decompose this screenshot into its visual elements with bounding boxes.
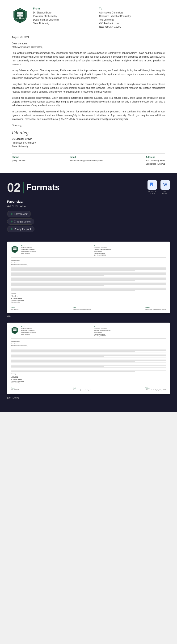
letter-page: COLLEGE U UNIVERSITY From Dr. Eleanor Br… <box>0 0 177 173</box>
letter-to: To Admissions Committee Graduate School … <box>99 7 165 28</box>
letter-footer: Phone (555) 123-4567 Email eleanor.brown… <box>12 153 165 166</box>
mini-letter-header-us: COLLEGE From Dr. Eleanor BrownProfessor … <box>10 326 166 339</box>
mini-signature-a4: Dlauleg <box>10 295 166 297</box>
to-address: Admissions Committee Graduate School of … <box>99 11 165 28</box>
word-icon: W <box>160 180 170 190</box>
footer-address: Address 123 University RoadSpringfield, … <box>146 156 165 166</box>
body-p1: I am writing to strongly recommend Emily… <box>12 51 165 66</box>
mini-closing-a4: Sincerely, Dlauleg Dr. Eleanor BrownProf… <box>10 292 166 303</box>
svg-rect-8 <box>151 185 153 185</box>
mini-logo-us: COLLEGE <box>10 326 19 334</box>
mini-footer-us: Phone (555) 123-4567 Email eleanor.brown… <box>10 386 166 390</box>
app-googledocs-badge: GOODLEDOCS <box>148 180 157 194</box>
letter-section: COLLEGE U UNIVERSITY From Dr. Eleanor Br… <box>0 0 177 173</box>
formats-number: 02 <box>7 181 21 194</box>
svg-rect-9 <box>151 186 152 186</box>
svg-rect-6 <box>152 182 153 183</box>
body-p4: Beyond her academic achievements, Emily … <box>12 96 165 108</box>
mini-body-lines-a4 <box>10 267 166 291</box>
body-p2: In my Advanced Organic Chemistry course,… <box>12 69 165 80</box>
mini-from-to-us: From Dr. Eleanor BrownProfessor of Chemi… <box>21 326 166 337</box>
mini-date-us: August 23, 2024 <box>10 340 166 342</box>
paper-size-value: A4 / US Letter <box>7 204 34 208</box>
googledocs-label: GOODLEDOCS <box>148 190 156 194</box>
format-preview-a4-container: COLLEGE From Dr. Eleanor BrownProfessor … <box>7 242 170 314</box>
footer-phone: Phone (555) 123-4567 <box>12 156 26 166</box>
ready-for-print-button[interactable]: Ready for print <box>7 226 34 232</box>
letter-from: From Dr. Eleanor Brown Professor of Chem… <box>33 7 99 28</box>
to-label: To <box>99 7 165 10</box>
mini-footer-a4: Phone (555) 123-4567 Email eleanor.brown… <box>10 305 166 310</box>
mini-from-us: From Dr. Eleanor BrownProfessor of Chemi… <box>21 326 94 337</box>
btn-dot-2 <box>10 220 12 222</box>
format-preview-a4-card: COLLEGE From Dr. Eleanor BrownProfessor … <box>7 242 170 314</box>
formats-apps: GOODLEDOCS W MS.WORD <box>148 180 170 194</box>
usletter-label: US Letter <box>7 396 170 404</box>
format-preview-usletter-card: COLLEGE From Dr. Eleanor BrownProfessor … <box>7 322 170 394</box>
paper-size-section: Paper size: A4 / US Letter Easy to edit … <box>7 199 34 237</box>
letter-date: August 23, 2024 <box>12 36 165 38</box>
letter-header: COLLEGE U UNIVERSITY From Dr. Eleanor Br… <box>12 7 165 31</box>
letter-closing: Sincerely, Dlauleg Dr. Eleanor Brown Pro… <box>12 124 165 148</box>
btn-dot-1 <box>10 213 12 215</box>
from-label: From <box>33 7 99 10</box>
mini-body-lines-us <box>10 348 166 372</box>
googledocs-icon <box>148 180 157 190</box>
body-p5: In conclusion, I wholeheartedly recommen… <box>12 110 165 121</box>
mini-to-us: To Admissions CommitteeGraduate School o… <box>94 326 166 337</box>
footer-email: Email eleanor.brown@stateuniversity.edu <box>70 156 103 166</box>
formats-header: 02 Formats GOODLEDOCS W <box>7 180 170 194</box>
paper-size-label: Paper size: <box>7 200 23 203</box>
letter-salutation: Dear Members of the Admissions Committee… <box>12 42 165 49</box>
mini-from-a4: From Dr. Eleanor BrownProfessor of Chemi… <box>21 245 94 256</box>
svg-text:COLLEGE: COLLEGE <box>12 248 17 250</box>
formats-controls-row: Paper size: A4 / US Letter Easy to edit … <box>7 199 170 237</box>
mini-to-a4: To Admissions CommitteeGraduate School o… <box>94 245 166 256</box>
formats-section: 02 Formats GOODLEDOCS W <box>0 173 177 412</box>
easy-edit-button[interactable]: Easy to edit <box>7 211 31 217</box>
svg-rect-4 <box>19 17 21 19</box>
mini-letter-header-a4: COLLEGE From Dr. Eleanor BrownProfessor … <box>10 245 166 258</box>
mini-date-a4: August 23, 2024 <box>10 260 166 261</box>
letter-body: I am writing to strongly recommend Emily… <box>12 51 165 121</box>
formats-title: Formats <box>26 182 60 192</box>
svg-text:COLLEGE: COLLEGE <box>16 14 24 15</box>
letter-from-to: From Dr. Eleanor Brown Professor of Chem… <box>33 7 165 28</box>
change-colors-button[interactable]: Change colors <box>7 218 34 224</box>
college-logo: COLLEGE U UNIVERSITY <box>12 7 28 24</box>
mini-from-to-a4: From Dr. Eleanor BrownProfessor of Chemi… <box>21 245 166 256</box>
format-controls: Easy to edit Change colors Ready for pri… <box>7 211 34 232</box>
from-name: Dr. Eleanor Brown Professor of Chemistry… <box>33 11 99 25</box>
signature: Dlauleg <box>12 128 165 136</box>
btn-dot-3 <box>10 228 12 230</box>
format-preview-usletter-container: COLLEGE From Dr. Eleanor BrownProfessor … <box>7 322 170 394</box>
mini-signature-us: Dlauleg <box>10 376 166 378</box>
a4-label: A4 <box>7 314 170 318</box>
svg-text:COLLEGE: COLLEGE <box>12 329 17 330</box>
formats-vertical-divider <box>23 182 24 194</box>
body-p3: Emily has also worked as a research assi… <box>12 82 165 94</box>
svg-rect-7 <box>151 184 153 184</box>
mini-closing-us: Sincerely, Dlauleg Dr. Eleanor BrownProf… <box>10 373 166 384</box>
word-label: MS.WORD <box>162 190 168 194</box>
svg-text:U: U <box>20 9 20 10</box>
footer-address-text: 123 University RoadSpringfield, IL 62701 <box>146 159 165 166</box>
formats-title-group: 02 Formats <box>7 181 60 194</box>
app-word-badge: W MS.WORD <box>160 180 170 194</box>
paper-size-label-row: Paper size: <box>7 199 34 204</box>
mini-logo-a4: COLLEGE <box>10 245 19 254</box>
